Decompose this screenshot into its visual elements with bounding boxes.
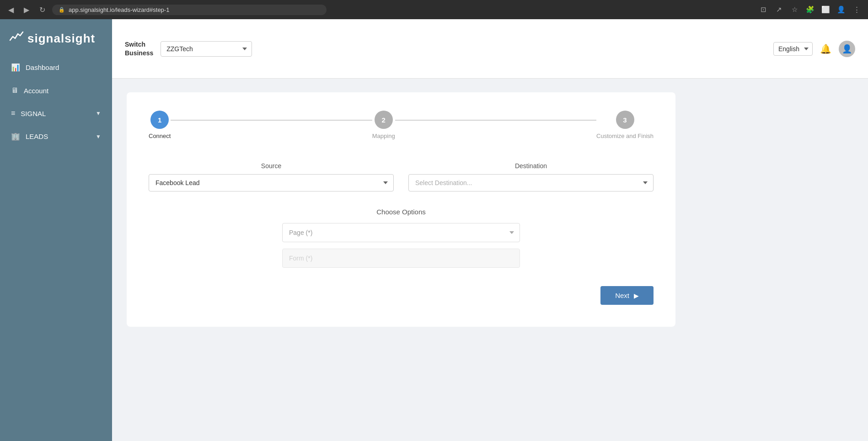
- cast-icon[interactable]: ⊡: [757, 4, 769, 16]
- step-3-circle: 3: [616, 111, 634, 129]
- wizard-card: 1 Connect 2 Mapping 3: [127, 92, 675, 327]
- step-3: 3 Customize and Finish: [596, 111, 654, 139]
- header-right: English 🔔 👤: [773, 41, 855, 57]
- user-avatar[interactable]: 👤: [839, 41, 855, 57]
- step-2-circle: 2: [375, 111, 393, 129]
- header-left: Switch Business ZZGTech: [125, 40, 252, 57]
- source-group: Source Facebook Lead: [149, 162, 394, 191]
- sidebar-item-label-account: Account: [24, 87, 101, 95]
- sidebar-item-label-leads: LEADS: [26, 133, 90, 140]
- page-select-group: Page (*): [282, 223, 520, 242]
- step-1: 1 Connect: [149, 111, 171, 139]
- app-layout: signalsight 📊 Dashboard 🖥 Account ≡ SIGN…: [0, 19, 868, 441]
- menu-icon[interactable]: ⋮: [851, 4, 863, 16]
- step-1-circle: 1: [150, 111, 169, 129]
- source-dest-row: Source Facebook Lead Destination Select …: [149, 162, 654, 191]
- step-1-label: Connect: [149, 133, 171, 139]
- logo-icon: [9, 30, 24, 47]
- destination-label: Destination: [408, 162, 654, 170]
- extensions-icon[interactable]: 🧩: [804, 4, 816, 16]
- sidebar-item-signal[interactable]: ≡ SIGNAL ▼: [0, 102, 112, 125]
- dashboard-icon: 📊: [11, 63, 20, 72]
- page-content: 1 Connect 2 Mapping 3: [112, 79, 868, 441]
- switch-business-label: Switch Business: [125, 40, 153, 57]
- forward-button[interactable]: ▶: [21, 4, 32, 15]
- form-select-group: Form (*): [282, 249, 520, 268]
- source-label: Source: [149, 162, 394, 170]
- source-select[interactable]: Facebook Lead: [149, 174, 394, 191]
- leads-chevron-icon: ▼: [96, 133, 101, 140]
- bookmark-icon[interactable]: ☆: [788, 4, 800, 16]
- refresh-button[interactable]: ↻: [37, 4, 48, 15]
- back-button[interactable]: ◀: [5, 4, 16, 15]
- header: Switch Business ZZGTech English 🔔 👤: [112, 19, 868, 79]
- step-2-number: 2: [382, 116, 386, 124]
- sidebar-nav: 📊 Dashboard 🖥 Account ≡ SIGNAL ▼ 🏢 LEADS…: [0, 56, 112, 441]
- choose-options-title: Choose Options: [149, 208, 654, 216]
- next-arrow-icon: ▶: [634, 292, 639, 299]
- sidebar-item-account[interactable]: 🖥 Account: [0, 79, 112, 102]
- step-connector-2-3: [395, 120, 596, 121]
- wizard-footer: Next ▶: [149, 286, 654, 305]
- stepper: 1 Connect 2 Mapping 3: [149, 111, 654, 139]
- window-icon[interactable]: ⬜: [820, 4, 831, 16]
- address-bar[interactable]: 🔒 app.signalsight.io/leads-wizard#step-1: [52, 5, 327, 15]
- sidebar-item-dashboard[interactable]: 📊 Dashboard: [0, 56, 112, 79]
- sidebar: signalsight 📊 Dashboard 🖥 Account ≡ SIGN…: [0, 19, 112, 441]
- logo-text: signalsight: [27, 32, 95, 46]
- lock-icon: 🔒: [59, 7, 65, 13]
- step-2: 2 Mapping: [372, 111, 395, 139]
- signal-icon: ≡: [11, 109, 15, 117]
- step-2-label: Mapping: [372, 133, 395, 139]
- url-text: app.signalsight.io/leads-wizard#step-1: [69, 6, 169, 13]
- next-button[interactable]: Next ▶: [600, 286, 654, 305]
- step-connector-1-2: [171, 120, 372, 121]
- signal-chevron-icon: ▼: [96, 110, 101, 117]
- account-icon: 🖥: [11, 86, 18, 95]
- next-button-label: Next: [615, 292, 629, 299]
- sidebar-item-label-dashboard: Dashboard: [26, 64, 101, 71]
- step-3-label: Customize and Finish: [596, 133, 654, 139]
- main-content: Switch Business ZZGTech English 🔔 👤: [112, 19, 868, 441]
- profile-icon[interactable]: 👤: [835, 4, 847, 16]
- step-3-number: 3: [623, 116, 627, 124]
- business-select[interactable]: ZZGTech: [161, 41, 252, 57]
- leads-icon: 🏢: [11, 132, 20, 141]
- notification-icon[interactable]: 🔔: [820, 43, 831, 54]
- choose-options-section: Choose Options Page (*) Form (*): [149, 208, 654, 268]
- destination-select[interactable]: Select Destination...: [408, 174, 654, 191]
- form-select[interactable]: Form (*): [282, 249, 520, 268]
- logo: signalsight: [0, 19, 112, 56]
- destination-group: Destination Select Destination...: [408, 162, 654, 191]
- language-select[interactable]: English: [773, 42, 813, 56]
- avatar-icon: 👤: [842, 44, 852, 54]
- page-select[interactable]: Page (*): [282, 223, 520, 242]
- share-icon[interactable]: ↗: [773, 4, 785, 16]
- sidebar-item-leads[interactable]: 🏢 LEADS ▼: [0, 125, 112, 148]
- step-1-number: 1: [158, 116, 161, 124]
- browser-chrome: ◀ ▶ ↻ 🔒 app.signalsight.io/leads-wizard#…: [0, 0, 868, 19]
- sidebar-item-label-signal: SIGNAL: [21, 110, 90, 117]
- browser-toolbar: ⊡ ↗ ☆ 🧩 ⬜ 👤 ⋮: [757, 4, 863, 16]
